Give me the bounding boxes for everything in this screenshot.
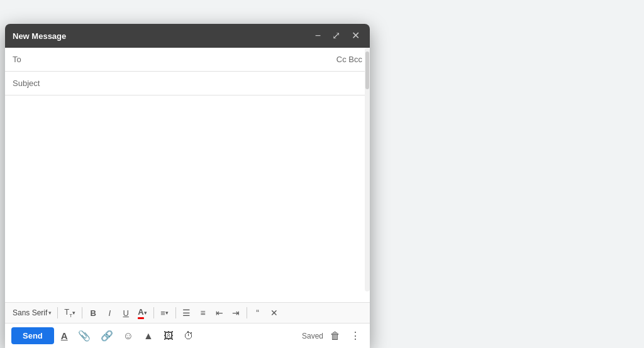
compose-header: New Message − ⤢ ✕	[5, 24, 370, 48]
to-label: To	[13, 55, 44, 64]
subject-input[interactable]	[44, 79, 362, 88]
cc-bcc-button[interactable]: Cc Bcc	[336, 55, 362, 64]
divider-2	[82, 307, 82, 318]
numbered-list-icon: ☰	[182, 308, 191, 318]
font-family-label: Sans Serif	[13, 308, 47, 317]
subject-field-row: Subject	[5, 72, 370, 95]
compose-title: New Message	[13, 31, 66, 41]
bold-button[interactable]: B	[86, 305, 101, 320]
align-button[interactable]: ≡ ▾	[157, 305, 172, 320]
compose-window: New Message − ⤢ ✕ To Cc Bcc Subject Sans…	[5, 24, 370, 348]
remove-format-button[interactable]: ✕	[267, 305, 282, 320]
remove-format-icon: ✕	[270, 308, 278, 318]
scrollbar[interactable]	[365, 48, 370, 291]
insert-photo-button[interactable]: 🖼	[160, 328, 177, 344]
align-icon: ≡	[160, 308, 165, 318]
font-size-icon: TT	[64, 307, 72, 318]
indent-increase-icon: ⇥	[232, 308, 240, 318]
quote-button[interactable]: “	[250, 305, 265, 320]
font-family-arrow: ▾	[48, 310, 52, 316]
more-insert-button[interactable]: ⏱	[180, 328, 197, 344]
numbered-list-button[interactable]: ☰	[179, 305, 194, 320]
indent-increase-button[interactable]: ⇥	[228, 305, 243, 320]
bullet-list-button[interactable]: ≡	[196, 305, 211, 320]
scrollbar-thumb	[365, 52, 369, 89]
divider-5	[247, 307, 247, 318]
delete-icon: 🗑	[330, 330, 340, 341]
compose-body[interactable]	[5, 95, 370, 302]
drive-icon: ▲	[143, 330, 153, 341]
action-bar: Send A 📎 🔗 ☺ ▲ 🖼	[5, 324, 370, 348]
align-arrow: ▾	[165, 310, 169, 316]
attach-file-button[interactable]: 📎	[75, 327, 94, 344]
insert-link-button[interactable]: 🔗	[97, 327, 116, 344]
quote-icon: “	[256, 308, 259, 318]
delete-button[interactable]: 🗑	[327, 328, 343, 344]
indent-decrease-icon: ⇤	[216, 308, 223, 318]
to-input[interactable]	[44, 55, 336, 64]
attach-file-icon: 📎	[78, 330, 91, 341]
italic-button[interactable]: I	[102, 305, 117, 320]
compose-footer: Sans Serif ▾ TT ▾ B I U A ▾ ≡ ▾	[5, 302, 370, 348]
subject-label: Subject	[13, 79, 44, 88]
format-text-button[interactable]: A	[58, 328, 71, 344]
close-button[interactable]: ✕	[349, 30, 362, 42]
saved-status: Saved	[302, 332, 323, 340]
compose-fields: To Cc Bcc Subject	[5, 48, 370, 95]
photo-icon: 🖼	[164, 330, 174, 341]
minimize-button[interactable]: −	[313, 30, 323, 42]
font-size-arrow: ▾	[72, 310, 75, 316]
link-icon: 🔗	[101, 330, 113, 341]
bullet-list-icon: ≡	[201, 308, 206, 318]
font-family-selector[interactable]: Sans Serif ▾	[10, 307, 54, 318]
insert-emoji-button[interactable]: ☺	[120, 328, 136, 344]
more-options-button[interactable]: ⋮	[347, 327, 364, 344]
format-text-icon: A	[61, 330, 68, 341]
font-color-button[interactable]: A ▾	[135, 305, 150, 320]
formatting-toolbar: Sans Serif ▾ TT ▾ B I U A ▾ ≡ ▾	[5, 303, 370, 324]
send-button[interactable]: Send	[11, 327, 54, 344]
expand-button[interactable]: ⤢	[330, 30, 343, 42]
indent-decrease-button[interactable]: ⇤	[212, 305, 227, 320]
font-color-icon: A	[138, 307, 143, 319]
font-size-button[interactable]: TT ▾	[61, 305, 79, 320]
header-controls: − ⤢ ✕	[313, 30, 362, 42]
to-field-row: To Cc Bcc	[5, 48, 370, 72]
emoji-icon: ☺	[123, 330, 133, 341]
font-color-arrow: ▾	[144, 310, 147, 316]
insert-drive-button[interactable]: ▲	[140, 328, 157, 344]
underline-button[interactable]: U	[118, 305, 133, 320]
more-vert-icon: ⋮	[350, 330, 360, 341]
divider-4	[175, 307, 176, 318]
more-insert-icon: ⏱	[184, 330, 194, 341]
divider-3	[153, 307, 154, 318]
divider-1	[57, 307, 58, 318]
